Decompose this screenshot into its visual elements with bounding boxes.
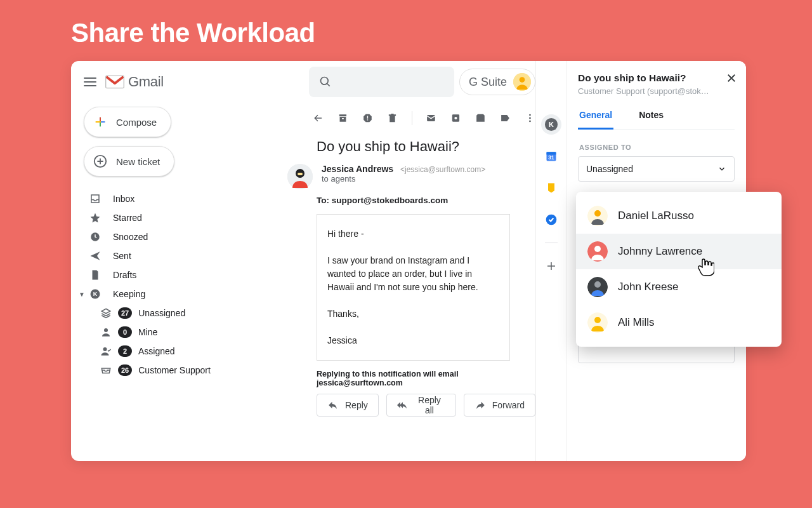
svg-text:K: K <box>93 291 98 297</box>
rail-add-icon[interactable] <box>541 256 561 276</box>
topbar-center: G Suite <box>291 61 535 103</box>
option-kreese[interactable]: John Kreese <box>576 269 782 305</box>
topbar-left: Gmail <box>71 61 291 103</box>
to-agents: to agents <box>322 174 485 184</box>
mine-count: 0 <box>118 326 132 338</box>
option-ali[interactable]: Ali Mills <box>576 305 782 340</box>
panel-close-button[interactable] <box>726 72 737 86</box>
compose-row: Compose <box>71 103 291 141</box>
option-daniel-label: Daniel LaRusso <box>618 210 694 222</box>
delete-icon[interactable] <box>387 112 398 124</box>
addon-rail: K 31 <box>535 61 566 461</box>
gmail-m-icon <box>105 74 124 90</box>
new-ticket-button[interactable]: New ticket <box>84 146 174 177</box>
nav-drafts[interactable]: Drafts <box>71 265 291 284</box>
star-icon <box>89 211 102 224</box>
send-icon <box>89 250 102 262</box>
rail-keeping-icon[interactable]: K <box>541 114 561 135</box>
panel-title: Do you ship to Hawaii? <box>578 72 735 84</box>
from-name: Jessica Andrews <box>322 164 393 174</box>
svg-point-16 <box>529 117 531 119</box>
tray-icon <box>100 364 112 376</box>
inbox-icon <box>89 192 102 205</box>
svg-point-30 <box>594 246 601 252</box>
tab-general[interactable]: General <box>578 110 613 130</box>
clock-icon <box>89 231 102 243</box>
file-icon <box>89 269 102 281</box>
assigned-to-label: ASSIGNED TO <box>579 144 735 151</box>
sub-unassigned[interactable]: 27 Unassigned <box>71 304 291 323</box>
avatar-daniel <box>587 206 608 226</box>
layers-icon <box>100 307 112 319</box>
newticket-row: New ticket <box>71 141 291 185</box>
assigned-to-value: Unassigned <box>586 164 633 174</box>
avatar-ali <box>587 312 608 333</box>
support-count: 26 <box>118 364 132 376</box>
left-column: Gmail Compose New ticket Inbox <box>71 61 291 461</box>
rail-tasks-icon[interactable] <box>541 210 561 230</box>
sub-mine[interactable]: 0 Mine <box>71 323 291 342</box>
assigned-count: 2 <box>118 345 132 357</box>
option-johnny[interactable]: Johnny Lawrence <box>576 234 782 269</box>
forward-label: Forward <box>492 400 525 410</box>
more-vert-icon[interactable] <box>525 112 535 124</box>
plus-multicolor-icon <box>93 115 107 129</box>
rail-keep-icon[interactable] <box>541 178 561 198</box>
cursor-hand-icon <box>698 258 714 279</box>
rail-calendar-icon[interactable]: 31 <box>541 146 561 166</box>
nav-inbox-label: Inbox <box>113 194 134 204</box>
assigned-label: Assigned <box>138 346 175 356</box>
reply-icon <box>327 399 339 411</box>
option-kreese-label: John Kreese <box>618 281 678 293</box>
reply-label: Reply <box>345 400 368 410</box>
nav-drafts-label: Drafts <box>113 270 136 280</box>
option-daniel[interactable]: Daniel LaRusso <box>576 198 782 234</box>
nav-sent[interactable]: Sent <box>71 246 291 265</box>
gmail-logo: Gmail <box>105 74 164 90</box>
labels-icon[interactable] <box>500 112 511 124</box>
reply-all-label: Reply all <box>414 395 445 415</box>
svg-rect-20 <box>298 173 303 175</box>
hamburger-icon[interactable] <box>82 74 98 90</box>
gmail-brand-text: Gmail <box>128 74 164 90</box>
sub-support[interactable]: 26 Customer Support <box>71 361 291 380</box>
forward-icon <box>475 399 486 411</box>
plus-circle-icon <box>93 154 107 168</box>
option-ali-label: Ali Mills <box>618 316 655 329</box>
nav-inbox[interactable]: Inbox <box>71 189 291 208</box>
from-email: <jessica@surftown.com> <box>400 165 485 174</box>
back-arrow-icon[interactable] <box>313 112 324 124</box>
svg-point-7 <box>321 77 329 85</box>
avatar-johnny <box>587 241 608 262</box>
compose-button[interactable]: Compose <box>84 107 171 137</box>
message-to-line: To: support@stokedboards.com <box>291 189 535 211</box>
move-to-icon[interactable] <box>475 112 486 124</box>
assigned-to-select[interactable]: Unassigned <box>578 156 735 182</box>
tab-notes[interactable]: Notes <box>638 110 665 129</box>
person-icon <box>100 326 112 338</box>
gsuite-badge[interactable]: G Suite <box>459 69 535 95</box>
sender-avatar <box>287 164 313 189</box>
caret-down-icon: ▼ <box>79 291 85 298</box>
nav-snoozed[interactable]: Snoozed <box>71 227 291 246</box>
reply-all-icon <box>397 399 408 411</box>
reply-button[interactable]: Reply <box>317 394 379 417</box>
nav-starred[interactable]: Starred <box>71 208 291 227</box>
message-header: Jessica Andrews <jessica@surftown.com> t… <box>291 164 535 189</box>
nav-snoozed-label: Snoozed <box>113 232 148 242</box>
rail-divider <box>545 243 558 243</box>
snooze-action-icon[interactable] <box>450 112 461 124</box>
nav-keeping[interactable]: ▼ K Keeping <box>71 284 291 304</box>
archive-icon[interactable] <box>337 112 348 124</box>
hero-title: Share the Workload <box>71 18 315 48</box>
reply-note: Replying to this notification will email… <box>291 366 535 394</box>
forward-button[interactable]: Forward <box>464 394 535 417</box>
reply-all-button[interactable]: Reply all <box>386 394 456 417</box>
spam-icon[interactable] <box>362 112 373 124</box>
user-avatar[interactable] <box>513 73 531 91</box>
search-input[interactable] <box>309 67 454 97</box>
mark-unread-icon[interactable] <box>426 112 436 124</box>
nav-sent-label: Sent <box>113 251 131 261</box>
sub-assigned[interactable]: 2 Assigned <box>71 342 291 361</box>
keeping-logo-icon: K <box>89 288 102 300</box>
